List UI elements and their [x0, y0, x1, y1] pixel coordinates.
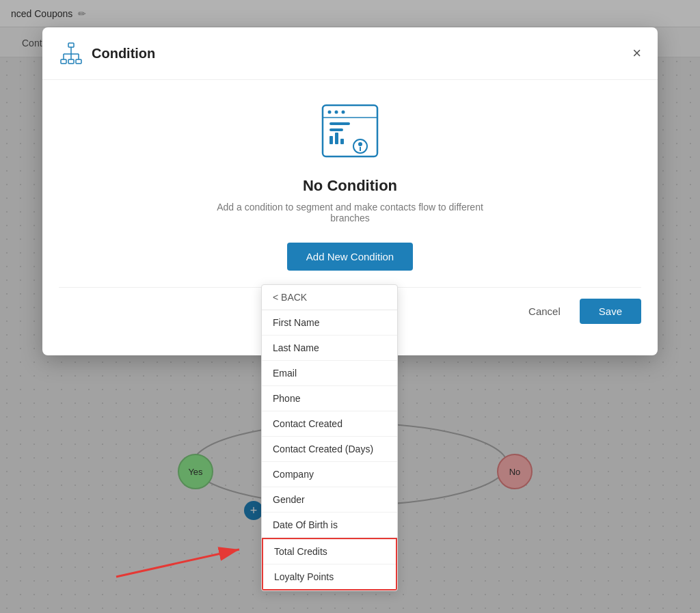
svg-rect-18	[329, 136, 333, 144]
svg-point-12	[328, 111, 332, 114]
dropdown-item-lastname[interactable]: Last Name	[262, 336, 397, 361]
svg-rect-4	[68, 59, 74, 64]
svg-rect-20	[340, 139, 344, 144]
modal-title: Condition	[92, 46, 624, 62]
modal-close-button[interactable]: ×	[632, 46, 641, 61]
no-condition-illustration	[316, 102, 384, 163]
modal-body: No Condition Add a condition to segment …	[42, 80, 658, 287]
add-condition-button[interactable]: Add New Condition	[287, 243, 413, 271]
red-arrow	[103, 536, 294, 590]
modal: Condition ×	[42, 27, 658, 355]
save-button[interactable]: Save	[580, 299, 641, 324]
condition-header-icon	[59, 42, 83, 65]
svg-point-13	[335, 111, 338, 114]
svg-rect-2	[68, 43, 74, 47]
dropdown-item-contact-created-days[interactable]: Contact Created (Days)	[262, 437, 397, 462]
modal-header: Condition ×	[42, 27, 658, 80]
svg-point-14	[342, 111, 345, 114]
svg-rect-16	[329, 122, 350, 125]
no-condition-title: No Condition	[303, 177, 397, 195]
cancel-button[interactable]: Cancel	[517, 299, 571, 324]
dropdown-item-gender[interactable]: Gender	[262, 487, 397, 513]
dropdown-item-firstname[interactable]: First Name	[262, 310, 397, 336]
dropdown-back[interactable]: < BACK	[262, 285, 397, 310]
dropdown-item-contact-created[interactable]: Contact Created	[262, 411, 397, 437]
dropdown-item-phone[interactable]: Phone	[262, 386, 397, 411]
modal-icon-wrap	[59, 41, 83, 66]
no-condition-desc: Add a condition to segment and make cont…	[206, 202, 494, 223]
svg-rect-3	[61, 59, 66, 64]
dropdown-item-dob[interactable]: Date Of Birth is	[262, 513, 397, 538]
svg-rect-19	[335, 133, 338, 144]
dropdown-item-company[interactable]: Company	[262, 462, 397, 487]
dropdown-item-email[interactable]: Email	[262, 361, 397, 386]
svg-rect-17	[329, 128, 343, 131]
svg-rect-5	[76, 59, 81, 64]
svg-point-22	[358, 142, 362, 146]
modal-overlay: Condition ×	[0, 0, 700, 613]
